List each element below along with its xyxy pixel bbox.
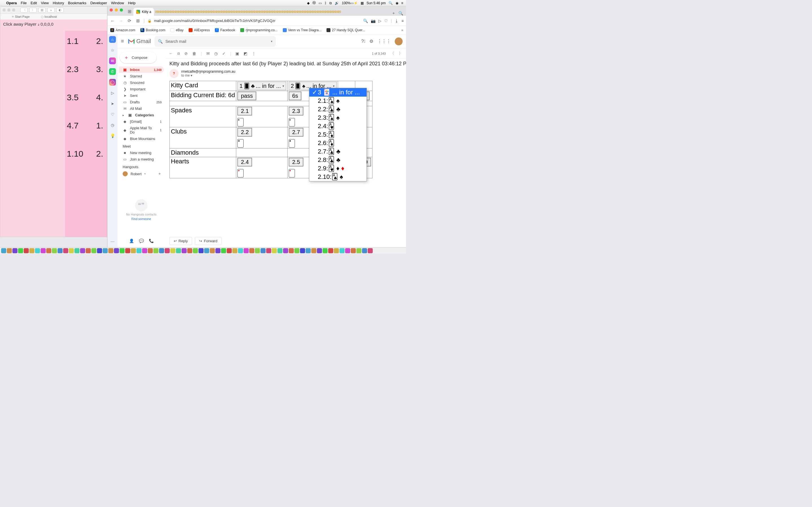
dock-app-icon[interactable] — [221, 248, 226, 253]
dock-app-icon[interactable] — [41, 248, 46, 253]
settings-gear-icon[interactable]: ⚙ — [369, 39, 373, 44]
move-icon[interactable]: ▣ — [236, 51, 239, 56]
dock-app-icon[interactable] — [125, 248, 130, 253]
chrome-tab[interactable]: Kitty a — [133, 8, 154, 16]
dock-app-icon[interactable] — [165, 248, 170, 253]
dock-app-icon[interactable] — [340, 248, 345, 253]
card-cell[interactable]: 1.1 — [67, 36, 79, 46]
dock-app-icon[interactable] — [193, 248, 198, 253]
dropdown-option[interactable]: 2.5:🃁 — [309, 130, 366, 139]
bookmarks-overflow-icon[interactable]: » — [401, 28, 403, 32]
folder-drafts[interactable]: ▭Drafts259 — [119, 99, 164, 105]
fastforward-icon[interactable]: » — [47, 8, 55, 13]
back-arrow-icon[interactable]: ← — [169, 51, 173, 56]
hearts-cell[interactable]: 2.4♥ — [236, 157, 288, 178]
dock-app-icon[interactable] — [187, 248, 192, 253]
folder-inbox[interactable]: ▣Inbox1,348 — [119, 66, 164, 73]
archive-icon[interactable]: ⧈ — [177, 51, 180, 56]
dock-app-icon[interactable] — [283, 248, 288, 253]
status-icon[interactable]: ◆ — [307, 1, 310, 5]
dropdown-option-selected[interactable]: ✓3 🃏 ... in for ... — [309, 88, 366, 97]
dock-app-icon[interactable] — [137, 248, 142, 253]
dock-app-icon[interactable] — [46, 248, 51, 253]
dock-app-icon[interactable] — [317, 248, 322, 253]
dock-app-icon[interactable] — [289, 248, 294, 253]
camera-icon[interactable]: 📷 — [371, 18, 375, 23]
dock-app-icon[interactable] — [300, 248, 305, 253]
dock-app-icon[interactable] — [272, 248, 277, 253]
dock-app-icon[interactable] — [356, 248, 361, 253]
task-icon[interactable]: ✓ — [222, 51, 225, 56]
heart-rail-icon[interactable]: ♡ — [109, 111, 116, 118]
dock-app-icon[interactable] — [210, 248, 215, 253]
volume-icon[interactable]: 🔊 — [335, 1, 339, 5]
menu-view[interactable]: View — [41, 1, 49, 5]
folder-categories[interactable]: ▸▣Categories — [119, 112, 164, 118]
window-max-icon[interactable] — [12, 8, 15, 11]
help-icon[interactable]: ?⃝ — [361, 39, 365, 44]
bookmark-venn[interactable]: Venn vs Tree Diagra... — [283, 28, 322, 32]
folder-allmail[interactable]: ✉All Mail — [119, 105, 164, 112]
search-in-page-icon[interactable]: 🔍 — [363, 18, 368, 23]
next-mail-icon[interactable]: 〉 — [399, 51, 403, 56]
dock-app-icon[interactable] — [294, 248, 299, 253]
dock-app-icon[interactable] — [199, 248, 204, 253]
dock-app-icon[interactable] — [170, 248, 175, 253]
menu-bookmarks[interactable]: Bookmarks — [68, 1, 86, 5]
opera-tab-start[interactable]: ✧ Start Page — [11, 15, 30, 18]
instagram-icon[interactable]: ◯ — [109, 79, 116, 86]
phone-tab-icon[interactable]: 📞 — [149, 238, 154, 243]
dropdown-option[interactable]: 2.6:🃁 — [309, 139, 366, 147]
dock-app-icon[interactable] — [249, 248, 254, 253]
card-cell[interactable]: 2. — [96, 149, 103, 159]
opera-tab-localhost[interactable]: ◌ localhost — [41, 15, 57, 18]
delete-icon[interactable]: 🗑 — [192, 51, 196, 56]
dock-app-icon[interactable] — [24, 248, 29, 253]
send-rail-icon[interactable]: ➤ — [109, 100, 116, 107]
snooze-icon[interactable]: ◷ — [214, 51, 218, 56]
tab-grid-icon[interactable]: ⊞ — [127, 9, 132, 14]
dropdown-option[interactable]: 2.2:🃑 ♣ — [309, 105, 366, 114]
dock-app-icon[interactable] — [255, 248, 260, 253]
reply-button[interactable]: ↩Reply — [169, 237, 192, 245]
dock-app-icon[interactable] — [69, 248, 74, 253]
card-cell[interactable]: 4. — [96, 93, 103, 102]
control-icon[interactable]: ▦ — [361, 1, 364, 5]
search-options-icon[interactable]: ▾ — [271, 40, 272, 43]
window-close-icon[interactable] — [110, 8, 113, 11]
dock-app-icon[interactable] — [1, 248, 6, 253]
dock-app-icon[interactable] — [232, 248, 238, 253]
bulb-icon[interactable]: 💡 — [109, 132, 116, 139]
dock-app-icon[interactable] — [362, 248, 367, 253]
bookmark-aliexpress[interactable]: AliExpress — [189, 28, 210, 32]
omnibox[interactable]: 🔒 mail.google.com/mail/u/0/#inbox/FMfcgx… — [147, 18, 360, 23]
card-cell[interactable]: 2. — [96, 36, 103, 46]
dock-app-icon[interactable] — [260, 248, 266, 253]
dock-app-icon[interactable] — [238, 248, 243, 253]
forward-button[interactable]: ↪Forward — [195, 237, 221, 245]
play-icon[interactable]: ▷ — [109, 90, 116, 96]
dock-app-icon[interactable] — [204, 248, 209, 253]
dock-app-icon[interactable] — [97, 248, 102, 253]
folder-apple-label[interactable]: ◆Apple Mail To Do1 — [119, 125, 164, 135]
dock-app-icon[interactable] — [103, 248, 108, 253]
send-icon[interactable]: ▷ — [378, 18, 382, 23]
dropdown-option[interactable]: 2.3:🂡 ♠ — [309, 114, 366, 122]
spotlight-icon[interactable]: 🔍 — [389, 1, 393, 5]
card-cell[interactable]: 2.3 — [67, 64, 79, 74]
clock-rail-icon[interactable]: ◷ — [109, 122, 116, 128]
dock-app-icon[interactable] — [322, 248, 327, 253]
shield-icon[interactable]: ◐ — [56, 8, 64, 13]
bookmark-amazon[interactable]: aAmazon.com — [110, 28, 135, 32]
dropdown-option[interactable]: 2.4:🂱 — [309, 122, 366, 130]
person-tab-icon[interactable]: 👤 — [129, 238, 134, 243]
messenger-icon[interactable]: ✉ — [109, 57, 116, 64]
folder-important[interactable]: ❯Important — [119, 86, 164, 93]
folder-bluemtns[interactable]: ◆Blue Mountains — [119, 135, 164, 142]
dock-app-icon[interactable] — [153, 248, 158, 253]
mail-to[interactable]: to me ▾ — [181, 73, 236, 77]
dock-app-icon[interactable] — [74, 248, 80, 253]
more-toolbar-icon[interactable]: ⋮ — [252, 51, 256, 56]
dock-app-icon[interactable] — [119, 248, 124, 253]
dock-app-icon[interactable] — [311, 248, 316, 253]
